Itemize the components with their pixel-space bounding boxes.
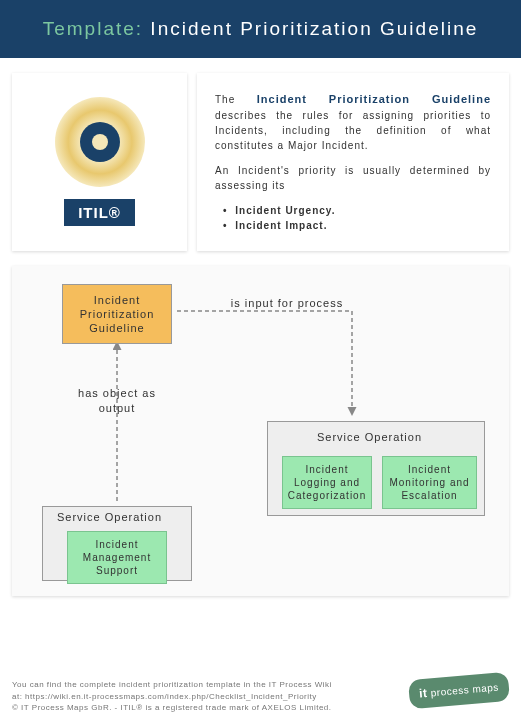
description-card: The Incident Prioritization Guideline de… bbox=[197, 73, 509, 251]
description-para1: The Incident Prioritization Guideline de… bbox=[215, 91, 491, 153]
cards-row: ITIL® The Incident Prioritization Guidel… bbox=[0, 58, 521, 266]
header-title: Incident Prioritization Guideline bbox=[150, 18, 478, 39]
main-guideline-box: Incident Prioritization Guideline bbox=[62, 284, 172, 345]
incident-mgmt-support-box: Incident Management Support bbox=[67, 531, 167, 584]
description-para2: An Incident's priority is usually determ… bbox=[215, 163, 491, 193]
description-bullets: Incident Urgency. Incident Impact. bbox=[215, 203, 491, 233]
label-is-input: is input for process bbox=[217, 296, 357, 311]
incident-logging-box: Incident Logging and Categorization bbox=[282, 456, 372, 509]
service-operation-title-1: Service Operation bbox=[57, 511, 162, 523]
bullet-urgency: Incident Urgency. bbox=[223, 203, 491, 218]
itil-logo-icon bbox=[55, 97, 145, 187]
incident-monitoring-box: Incident Monitoring and Escalation bbox=[382, 456, 477, 509]
itil-label: ITIL® bbox=[64, 199, 135, 226]
label-has-output: has object as output bbox=[62, 386, 172, 417]
header-banner: Template: Incident Prioritization Guidel… bbox=[0, 0, 521, 58]
footer: You can find the complete incident prior… bbox=[12, 679, 509, 713]
diagram-panel: Incident Prioritization Guideline has ob… bbox=[12, 266, 509, 596]
header-prefix: Template: bbox=[43, 18, 151, 39]
bullet-impact: Incident Impact. bbox=[223, 218, 491, 233]
itil-card: ITIL® bbox=[12, 73, 187, 251]
service-operation-title-2: Service Operation bbox=[317, 431, 422, 443]
